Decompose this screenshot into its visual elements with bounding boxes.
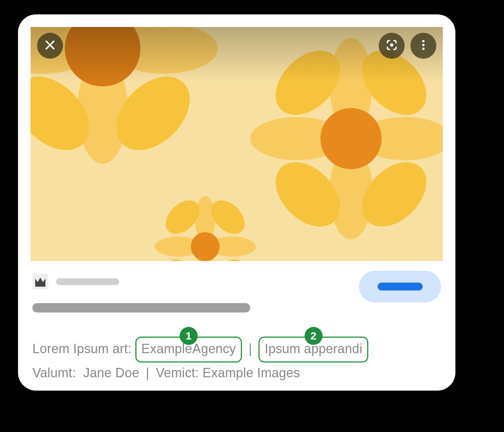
result-image[interactable] <box>31 27 443 261</box>
svg-point-3 <box>422 48 425 50</box>
svg-point-0 <box>390 44 393 47</box>
svg-point-1 <box>422 40 425 42</box>
credit-label: Lorem Ipsum art: <box>32 341 131 356</box>
more-vertical-icon <box>417 39 430 53</box>
crown-icon <box>34 277 46 289</box>
image-credits: Lorem Ipsum art: 1 ExampleAgency | 2 Ips… <box>32 337 441 383</box>
callout-2: 2 Ipsum apperandi <box>258 337 368 363</box>
flower-illustration <box>155 196 256 261</box>
more-options-button[interactable] <box>410 33 436 59</box>
separator: | <box>143 363 152 383</box>
close-button[interactable] <box>37 33 63 59</box>
lens-search-button[interactable] <box>379 33 405 59</box>
svg-point-2 <box>422 44 425 46</box>
title-placeholder <box>32 303 250 312</box>
credit-value: Example Images <box>203 365 300 380</box>
callout-badge: 1 <box>180 327 198 345</box>
source-favicon <box>32 274 48 289</box>
callout-badge: 2 <box>305 327 323 345</box>
flower-illustration <box>250 38 443 239</box>
callout-1: 1 ExampleAgency <box>135 337 242 363</box>
close-icon <box>44 39 57 53</box>
credit-label: Valumt: <box>32 365 76 380</box>
action-chip-label-placeholder <box>378 283 423 291</box>
image-result-card: Lorem Ipsum art: 1 ExampleAgency | 2 Ips… <box>18 14 455 391</box>
credit-value: Jane Doe <box>83 365 139 380</box>
credit-label: Vemict: <box>156 365 199 380</box>
source-name-placeholder <box>56 278 119 285</box>
lens-icon <box>385 39 398 53</box>
action-chip[interactable] <box>359 271 441 302</box>
separator: | <box>246 338 255 359</box>
